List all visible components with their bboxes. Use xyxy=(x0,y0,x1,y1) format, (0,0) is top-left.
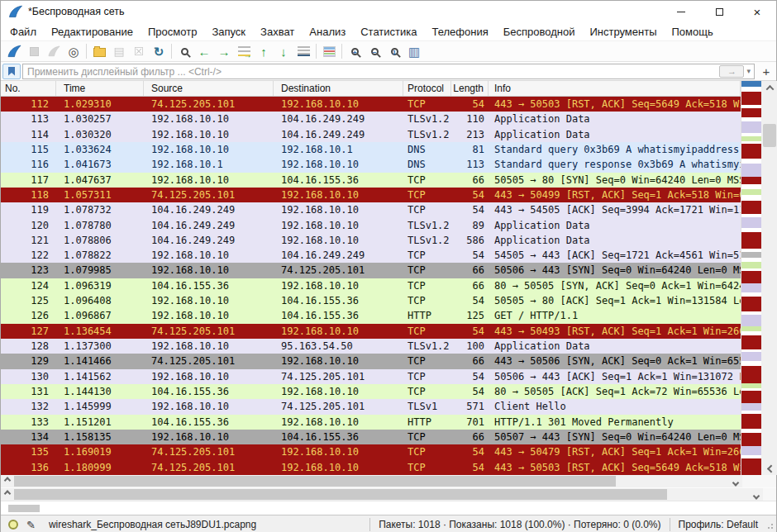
capture-comment-icon[interactable]: ✎ xyxy=(26,519,36,531)
menu-item-10[interactable]: Помощь xyxy=(665,24,721,40)
filter-bookmark-button[interactable] xyxy=(2,64,21,79)
filter-dropdown-caret[interactable]: ▾ xyxy=(744,67,753,75)
go-last-button[interactable]: ↓ xyxy=(274,42,293,60)
zoom-original-button[interactable]: 1 xyxy=(384,42,404,60)
packet-row[interactable]: 1191.078732104.16.249.249192.168.10.10TC… xyxy=(1,202,741,217)
go-to-packet-button[interactable]: → xyxy=(234,42,254,60)
reload-file-button[interactable]: ↻ xyxy=(149,42,169,60)
profile-selector[interactable]: Профиль: Default xyxy=(670,518,767,531)
resize-grip[interactable] xyxy=(766,515,776,532)
packet-row[interactable]: 1231.079985192.168.10.1074.125.205.101TC… xyxy=(1,263,741,278)
cell-len: 81 xyxy=(451,142,489,157)
menu-item-3[interactable]: Запуск xyxy=(204,24,253,40)
packet-row[interactable]: 1241.096319104.16.155.36192.168.10.10TCP… xyxy=(1,278,741,293)
packet-row[interactable]: 1351.16901974.125.205.101192.168.10.10TC… xyxy=(1,444,741,459)
intelligent-scrollbar-minimap[interactable] xyxy=(741,81,761,475)
minimap-stripe xyxy=(741,262,761,268)
apply-filter-button[interactable]: → xyxy=(719,65,744,78)
packet-row[interactable]: 1161.041673192.168.10.1192.168.10.10DNS1… xyxy=(1,157,741,172)
packet-row[interactable]: 1261.096867192.168.10.10104.16.155.36HTT… xyxy=(1,308,741,323)
column-header-no[interactable]: No. xyxy=(1,81,56,96)
zoom-out-button[interactable]: − xyxy=(365,42,384,60)
go-first-button[interactable]: ↑ xyxy=(254,42,274,60)
cell-info: 54505 → 443 [ACK] Seq=1721 Ack=4561 Win=… xyxy=(489,248,741,263)
cell-len: 54 xyxy=(451,97,489,112)
vertical-scroll-track[interactable] xyxy=(761,94,777,462)
packet-row[interactable]: 1301.141562192.168.10.1074.125.205.101TC… xyxy=(1,369,741,384)
menu-item-7[interactable]: Телефония xyxy=(424,24,495,40)
packet-row[interactable]: 1121.02931074.125.205.101192.168.10.10TC… xyxy=(1,97,741,112)
cell-proto: TLSv1.2 xyxy=(403,218,451,233)
scroll-left-button[interactable] xyxy=(1,475,14,487)
add-filter-button[interactable]: + xyxy=(758,64,775,79)
cell-len: 100 xyxy=(451,339,489,354)
menu-item-2[interactable]: Просмотр xyxy=(141,24,204,40)
packet-row[interactable]: 1201.078780104.16.249.249192.168.10.10TL… xyxy=(1,218,741,233)
menu-item-5[interactable]: Анализ xyxy=(302,24,353,40)
packet-row[interactable]: 1291.14146674.125.205.101192.168.10.10TC… xyxy=(1,354,741,368)
column-header-source[interactable]: Source xyxy=(144,81,274,96)
go-forward-button[interactable]: → xyxy=(214,42,234,60)
start-capture-button[interactable] xyxy=(4,42,24,60)
display-filter-input[interactable] xyxy=(22,64,755,79)
expert-info-icon[interactable] xyxy=(8,520,18,530)
go-back-button[interactable]: ← xyxy=(194,42,214,60)
cell-dst: 192.168.10.10 xyxy=(274,97,403,112)
horizontal-scroll-thumb-2[interactable] xyxy=(14,489,667,500)
packet-row[interactable]: 1141.030320192.168.10.10104.16.249.249TL… xyxy=(1,127,741,142)
column-header-time[interactable]: Time xyxy=(56,81,144,96)
menu-item-8[interactable]: Беспроводной xyxy=(496,24,583,40)
packet-row[interactable]: 1251.096408192.168.10.10104.16.155.36TCP… xyxy=(1,293,741,308)
detail-pane-handle[interactable] xyxy=(8,505,40,512)
packet-row[interactable]: 1271.13645474.125.205.101192.168.10.10TC… xyxy=(1,324,741,339)
menu-item-6[interactable]: Статистика xyxy=(353,24,424,40)
packet-row[interactable]: 1321.145999192.168.10.1074.125.205.101TL… xyxy=(1,399,741,414)
find-packet-button[interactable] xyxy=(174,42,194,60)
open-file-button[interactable] xyxy=(89,42,109,60)
menu-item-4[interactable]: Захват xyxy=(253,24,302,40)
packet-row[interactable]: 1281.137300192.168.10.1095.163.54.50TLSv… xyxy=(1,339,741,354)
vertical-scroll-thumb[interactable] xyxy=(763,124,776,147)
menu-item-1[interactable]: Редактирование xyxy=(44,24,141,40)
packet-row[interactable]: 1221.078822192.168.10.10104.16.249.249TC… xyxy=(1,248,741,263)
column-header-info[interactable]: Info xyxy=(489,81,741,96)
zoom-in-button[interactable]: + xyxy=(345,42,365,60)
packet-row[interactable]: 1171.047637192.168.10.10104.16.155.36TCP… xyxy=(1,173,741,188)
column-header-protocol[interactable]: Protocol xyxy=(403,81,451,96)
resize-columns-icon: ▥ xyxy=(408,45,420,58)
menu-item-9[interactable]: Инструменты xyxy=(582,24,664,40)
packet-row[interactable]: 1311.144130104.16.155.36192.168.10.10TCP… xyxy=(1,384,741,399)
vertical-scrollbar[interactable] xyxy=(761,81,777,475)
packet-list-header[interactable]: No.TimeSourceDestinationProtocolLengthIn… xyxy=(1,81,741,97)
close-button[interactable]: × xyxy=(738,1,776,22)
scroll-left-button-2[interactable] xyxy=(1,488,14,501)
packet-row[interactable]: 1211.078806104.16.249.249192.168.10.10TL… xyxy=(1,233,741,248)
capture-options-button[interactable]: ◎ xyxy=(64,42,83,60)
packet-row[interactable]: 1361.18099974.125.205.101192.168.10.10TC… xyxy=(1,460,741,475)
maximize-button[interactable] xyxy=(700,1,738,22)
packet-row[interactable]: 1181.05731174.125.205.101192.168.10.10TC… xyxy=(1,188,741,202)
auto-scroll-button[interactable] xyxy=(293,42,313,60)
scroll-right-button[interactable] xyxy=(729,475,742,487)
packet-row[interactable]: 1151.033624192.168.10.10192.168.10.1DNS8… xyxy=(1,142,741,157)
cell-dst: 104.16.155.36 xyxy=(274,308,403,323)
horizontal-scroll-track[interactable] xyxy=(14,475,729,487)
scroll-down-button[interactable] xyxy=(761,462,777,475)
packet-row[interactable]: 1131.030257192.168.10.10104.16.249.249TL… xyxy=(1,112,741,126)
cell-src: 192.168.10.10 xyxy=(144,248,274,263)
packet-row[interactable]: 1341.158135192.168.10.10104.16.155.36TCP… xyxy=(1,430,741,444)
horizontal-scroll-thumb[interactable] xyxy=(14,476,616,487)
horizontal-scroll-track-2[interactable] xyxy=(14,488,750,501)
scroll-up-button[interactable] xyxy=(761,81,777,94)
cell-len: 54 xyxy=(451,293,489,308)
horizontal-scrollbar-list[interactable] xyxy=(1,475,742,487)
horizontal-scrollbar-detail[interactable] xyxy=(1,488,763,501)
resize-columns-button[interactable]: ▥ xyxy=(404,42,424,60)
column-header-length[interactable]: Length xyxy=(451,81,489,96)
packet-row[interactable]: 1331.151201104.16.155.36192.168.10.10HTT… xyxy=(1,415,741,430)
column-header-destination[interactable]: Destination xyxy=(274,81,403,96)
scroll-right-button-2[interactable] xyxy=(750,488,763,501)
menu-item-0[interactable]: Файл xyxy=(2,24,44,40)
minimize-button[interactable] xyxy=(662,1,700,22)
colorize-button[interactable] xyxy=(319,42,339,60)
